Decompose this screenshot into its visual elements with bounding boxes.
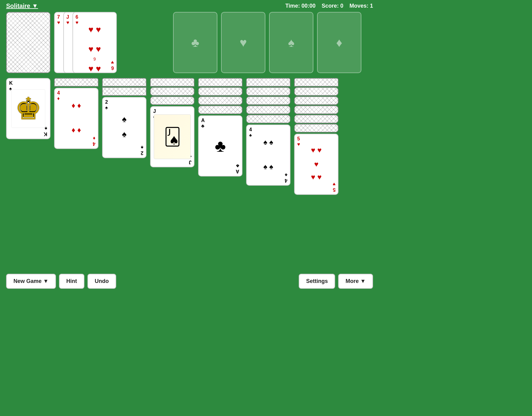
- footer-left: New Game ▼ Hint Undo: [6, 274, 116, 289]
- card-2s[interactable]: 2♠ 2♠ ♠ ♠: [102, 97, 146, 158]
- col7-fd4: [294, 106, 338, 114]
- card-jc[interactable]: J♣ J♣ 🂫: [150, 106, 194, 167]
- undo-button[interactable]: Undo: [87, 274, 116, 289]
- col7-fd1: [294, 78, 338, 87]
- col4-fd3: [150, 96, 194, 105]
- col5-fd4: [198, 106, 242, 114]
- tableau-col-2[interactable]: 4♦ 4♦ ♦ ♦ ♦ ♦: [54, 78, 98, 149]
- new-game-button[interactable]: New Game ▼: [6, 274, 56, 289]
- moves: Moves: 1: [349, 3, 373, 9]
- col6-fd4: [246, 106, 290, 114]
- tableau-col-5[interactable]: A♣ A♣ ♣: [198, 78, 242, 176]
- col3-fd1: [102, 78, 146, 87]
- foundation-hearts[interactable]: ♥: [221, 12, 265, 73]
- settings-button[interactable]: Settings: [299, 274, 335, 289]
- col5-fd2: [198, 87, 242, 96]
- col2-facedown-1: [54, 78, 98, 87]
- card-4s[interactable]: 4♠ 4♠ ♠ ♠ ♠ ♠: [246, 124, 290, 186]
- card-5h[interactable]: 5♥ 5♥ ♥ ♥ ♥ ♥ ♥: [294, 134, 338, 195]
- rank-tl: J♥: [66, 14, 69, 25]
- game-header: Solitaire ▼ Time: 00:00 Score: 0 Moves: …: [0, 0, 379, 12]
- timer: Time: 00:00: [285, 3, 316, 9]
- more-button[interactable]: More ▼: [338, 274, 373, 289]
- footer-right: Settings More ▼: [299, 274, 373, 289]
- hint-button[interactable]: Hint: [59, 274, 84, 289]
- col6-fd1: [246, 78, 290, 87]
- foundation-diamonds[interactable]: ♦: [317, 12, 361, 73]
- rank-tl: 7♥: [57, 14, 60, 25]
- rank-tl: 6♥: [76, 14, 79, 25]
- col6-fd2: [246, 87, 290, 96]
- score: Score: 0: [322, 3, 343, 9]
- game-area: 7♥ 7♥ J♥ J♥ 6♥ 6♥ ♥ ♥♥ ♥♥ ♥ 9 ♣ ♥: [0, 12, 379, 195]
- game-title[interactable]: Solitaire ▼: [6, 2, 38, 9]
- col7-fd3: [294, 96, 338, 105]
- col5-fd3: [198, 96, 242, 105]
- col7-fd5: [294, 115, 338, 123]
- col6-fd3: [246, 96, 290, 105]
- tableau-col-3[interactable]: 2♠ 2♠ ♠ ♠: [102, 78, 146, 158]
- waste-card-6h[interactable]: 6♥ 6♥ ♥ ♥♥ ♥♥ ♥ 9: [72, 12, 117, 73]
- tableau-col-7[interactable]: 5♥ 5♥ ♥ ♥ ♥ ♥ ♥: [294, 78, 338, 195]
- stock-pile[interactable]: [6, 12, 50, 73]
- col7-fd2: [294, 87, 338, 96]
- col7-fd6: [294, 124, 338, 132]
- col4-fd2: [150, 87, 194, 96]
- header-stats: Time: 00:00 Score: 0 Moves: 1: [285, 3, 373, 9]
- waste-pile[interactable]: 7♥ 7♥ J♥ J♥ 6♥ 6♥ ♥ ♥♥ ♥♥ ♥ 9: [54, 12, 121, 73]
- stock-back-pattern: [7, 13, 50, 72]
- tableau-col-6[interactable]: 4♠ 4♠ ♠ ♠ ♠ ♠: [246, 78, 290, 186]
- top-row: 7♥ 7♥ J♥ J♥ 6♥ 6♥ ♥ ♥♥ ♥♥ ♥ 9 ♣ ♥: [6, 12, 373, 73]
- tableau-col-4[interactable]: J♣ J♣ 🂫: [150, 78, 194, 167]
- foundation-clubs[interactable]: ♣: [173, 12, 217, 73]
- footer: New Game ▼ Hint Undo Settings More ▼: [0, 269, 379, 294]
- card-ks[interactable]: K♠ K♠ ♚ ♚ ♚: [6, 78, 50, 139]
- tableau-col-1[interactable]: K♠ K♠ ♚ ♚ ♚: [6, 78, 50, 139]
- card-4d[interactable]: 4♦ 4♦ ♦ ♦ ♦ ♦: [54, 88, 98, 149]
- tableau: K♠ K♠ ♚ ♚ ♚ 4♦: [6, 78, 373, 195]
- foundation-spades[interactable]: ♠: [269, 12, 313, 73]
- col3-fd2: [102, 87, 146, 96]
- col5-fd1: [198, 78, 242, 87]
- col6-fd5: [246, 115, 290, 123]
- card-ac[interactable]: A♣ A♣ ♣: [198, 115, 242, 176]
- col4-fd1: [150, 78, 194, 87]
- card-pips: ♥ ♥♥ ♥♥ ♥: [73, 25, 116, 73]
